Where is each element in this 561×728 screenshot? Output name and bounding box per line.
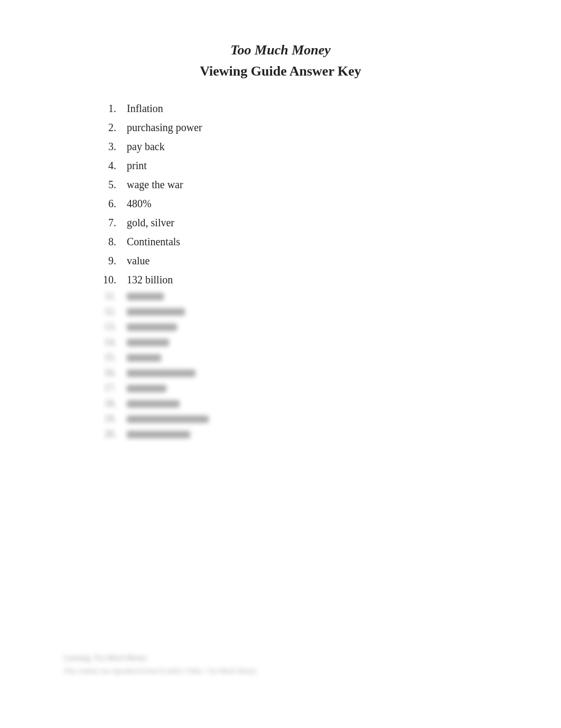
blurred-num: 13. xyxy=(95,321,127,333)
answer-text: print xyxy=(127,158,498,173)
blurred-text-bar xyxy=(127,385,166,392)
answer-text: 132 billion xyxy=(127,272,498,288)
blurred-text-bar xyxy=(127,339,169,346)
blurred-num: 19. xyxy=(95,413,127,425)
answer-number: 5. xyxy=(95,177,127,192)
blurred-num: 15. xyxy=(95,352,127,363)
list-item: 7.gold, silver xyxy=(95,215,498,231)
answer-number: 7. xyxy=(95,215,127,231)
blurred-list-item: 19. xyxy=(95,413,498,425)
answer-number: 1. xyxy=(95,100,127,116)
blurred-num: 16. xyxy=(95,367,127,379)
blurred-num: 20. xyxy=(95,429,127,440)
answer-text: wage the war xyxy=(127,177,498,192)
blurred-text-bar xyxy=(127,293,164,300)
blurred-text-bar xyxy=(127,324,177,331)
blurred-list-item: 18. xyxy=(95,398,498,409)
blurred-num: 12. xyxy=(95,306,127,317)
blurred-text-bar xyxy=(127,308,185,316)
answer-text: purchasing power xyxy=(127,119,498,135)
answer-number: 10. xyxy=(95,272,127,288)
page-subtitle: Viewing Guide Answer Key xyxy=(63,63,498,79)
answer-text: pay back xyxy=(127,139,498,154)
answer-number: 4. xyxy=(95,158,127,173)
blurred-text-bar xyxy=(127,354,161,362)
answer-text: Continentals xyxy=(127,234,498,250)
answer-number: 9. xyxy=(95,253,127,269)
list-item: 5.wage the war xyxy=(95,177,498,192)
blurred-num: 14. xyxy=(95,337,127,348)
footer-section: Learning: Too Much Money This content wa… xyxy=(63,654,498,675)
answer-number: 3. xyxy=(95,139,127,154)
page-title: Too Much Money xyxy=(63,42,498,58)
answer-text: value xyxy=(127,253,498,269)
blurred-list-item: 16. xyxy=(95,367,498,379)
list-item: 6.480% xyxy=(95,196,498,211)
list-item: 3.pay back xyxy=(95,139,498,154)
answer-text: gold, silver xyxy=(127,215,498,231)
list-item: 8.Continentals xyxy=(95,234,498,250)
blurred-list-item: 11. xyxy=(95,291,498,302)
answer-number: 8. xyxy=(95,234,127,250)
blurred-answers-section: 11.12.13.14.15.16.17.18.19.20. xyxy=(95,291,498,440)
list-item: 9.value xyxy=(95,253,498,269)
blurred-text-bar xyxy=(127,416,209,423)
list-item: 2.purchasing power xyxy=(95,119,498,135)
blurred-num: 18. xyxy=(95,398,127,409)
blurred-num: 17. xyxy=(95,383,127,394)
blurred-num: 11. xyxy=(95,291,127,302)
blurred-list-item: 20. xyxy=(95,429,498,440)
answer-number: 6. xyxy=(95,196,127,211)
blurred-text-bar xyxy=(127,370,195,377)
list-item: 10.132 billion xyxy=(95,272,498,288)
footer-line2: This content was reproduced from EconEd … xyxy=(63,667,498,675)
footer-line1: Learning: Too Much Money xyxy=(63,654,498,662)
blurred-text-bar xyxy=(127,400,180,408)
blurred-text-bar xyxy=(127,431,190,438)
answer-text: Inflation xyxy=(127,100,498,116)
blurred-list-item: 17. xyxy=(95,383,498,394)
answer-list: 1.Inflation2.purchasing power3.pay back4… xyxy=(95,100,498,288)
list-item: 4.print xyxy=(95,158,498,173)
answer-number: 2. xyxy=(95,119,127,135)
blurred-list-item: 14. xyxy=(95,337,498,348)
answer-text: 480% xyxy=(127,196,498,211)
list-item: 1.Inflation xyxy=(95,100,498,116)
blurred-list-item: 15. xyxy=(95,352,498,363)
blurred-list-item: 12. xyxy=(95,306,498,317)
blurred-list-item: 13. xyxy=(95,321,498,333)
